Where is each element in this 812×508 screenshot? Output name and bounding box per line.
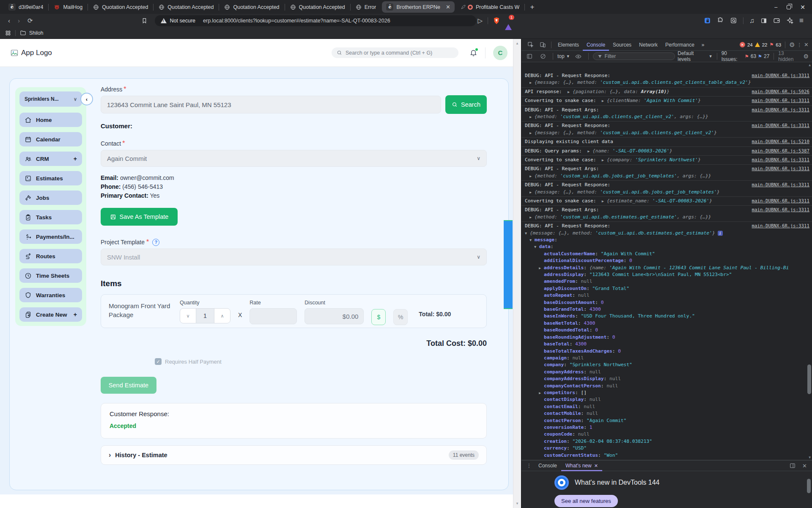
brave-shield-icon[interactable] [493,17,500,25]
half-payment-checkbox[interactable]: ✓ [155,358,162,365]
devtools-tab-performance[interactable]: Performance [661,39,698,51]
source-link[interactable]: main-DUBNX-6R.js:5387 [752,148,809,155]
device-toolbar-icon[interactable] [537,41,549,48]
error-count[interactable]: 24 [747,42,753,47]
console-settings-icon[interactable]: ⚙ [802,53,809,60]
console-entry[interactable]: Converting to snake case: ▶ {company: 'S… [521,156,812,165]
browser-tab-1[interactable]: MailHog [49,0,88,14]
drawer-scrollbar-thumb[interactable] [807,479,811,493]
console-entry[interactable]: DEBUG: API - Request Args:main-DUBNX-6R.… [521,165,812,181]
project-template-select[interactable]: SNW Install ∨ [101,248,487,265]
source-link[interactable]: main-DUBNX-6R.js:3311 [752,198,809,204]
bookmark-flag-icon[interactable] [137,17,151,24]
more-tabs-icon[interactable]: » [699,42,707,48]
browser-tab-8[interactable]: Profitable Casts W [455,0,525,14]
quantity-increase-icon[interactable]: ∧ [214,309,230,323]
quantity-decrease-icon[interactable]: ∨ [180,309,196,323]
rate-input[interactable] [250,308,297,324]
quantity-stepper[interactable]: ∨ 1 ∧ [180,308,230,323]
tab-groups-grid-icon[interactable] [5,30,11,36]
see-all-features-button[interactable]: See all new features [554,495,618,507]
sidebar-item-routes[interactable]: Routes [19,249,82,263]
sidebar-item-payments-in[interactable]: Payments/In... [19,229,82,244]
error-icon[interactable]: ✕ [740,42,745,47]
drawer-close-icon[interactable]: ✕ [802,463,807,469]
forward-icon[interactable]: › [14,17,24,24]
send-estimate-button[interactable]: Send Estimate [101,377,156,394]
sidebar-item-warranties[interactable]: Warranties [19,288,82,302]
source-link[interactable]: main-DUBNX-6R.js:3311 [752,122,809,129]
sidebar-item-calendar[interactable]: Calendar [19,132,82,146]
send-icon[interactable]: ▷ [478,17,483,25]
drawer-menu-icon[interactable]: ⋮ [524,463,534,469]
sidebar-toggle-icon[interactable] [760,17,767,24]
sidebar-collapse-button[interactable]: ‹ [80,93,93,105]
sidebar-item-time-sheets[interactable]: Time Sheets [19,268,82,283]
address-search-button[interactable]: Search [445,95,487,114]
console-entry[interactable]: API response: ▶ {pagination: {…}, data: … [521,88,812,97]
console-entry[interactable]: DEBUG: API - Request Args:main-DUBNX-6R.… [521,106,812,122]
issues-flag-icon[interactable]: ⚑ [769,42,774,47]
sidebar-item-estimates[interactable]: Estimates [19,171,82,185]
discount-percent-button[interactable]: % [393,309,408,325]
console-scroll-up-icon[interactable]: ▲ [809,63,811,67]
sidebar-item-crm[interactable]: CRM+ [19,152,82,166]
menu-hamburger-icon[interactable]: ≡ [799,17,804,25]
source-link[interactable]: main-DUBNX-6R.js:3311 [752,107,809,113]
source-link[interactable]: main-DUBNX-6R.js:5026 [752,88,809,95]
source-link[interactable]: main-DUBNX-6R.js:3311 [752,207,809,213]
console-entry[interactable]: DEBUG: API - Request Response:main-DUBNX… [521,72,812,88]
source-link[interactable]: main-DUBNX-6R.js:5210 [752,138,809,145]
bookmark-folder[interactable]: Shiloh [20,30,43,36]
issues-counter[interactable]: 90 Issues: ⚑63 ⚑27 [721,50,770,62]
devtools-tab-elements[interactable]: Elements [554,39,583,51]
discount-dollar-button[interactable]: $ [371,309,386,325]
browser-tab-2[interactable]: Quotation Accepted [88,0,153,14]
page-scrollbar[interactable]: ▲ ▼ [513,39,521,508]
expand-plus-icon[interactable]: + [74,311,77,318]
source-link[interactable]: main-DUBNX-6R.js:3311 [752,72,809,79]
save-as-template-button[interactable]: Save As Template [101,208,178,226]
history-section[interactable]: › History - Estimate 11 events [101,445,487,465]
reload-icon[interactable]: ⟳ [24,17,37,25]
devtools-settings-icon[interactable]: ⚙ [789,41,795,49]
company-selector[interactable]: Sprinklers N... ∨ ‹ [19,91,82,107]
browser-tab-0[interactable]: ēd3i9ei0ar4 [3,0,48,14]
sidebar-item-jobs[interactable]: Jobs [19,190,82,205]
console-scroll-down-icon[interactable]: ▼ [809,456,811,459]
clear-console-icon[interactable] [538,53,549,59]
back-icon[interactable]: ‹ [4,17,14,24]
drawer-tab-close-icon[interactable]: ✕ [594,463,598,469]
address-input[interactable]: 123643 Commit Lane Saint Paul, MN 55123 [101,96,441,113]
page-scroll-indicator[interactable] [504,220,513,309]
console-entry[interactable]: Converting to snake case: ▶ {clientName:… [521,97,812,105]
media-icon[interactable]: ♫ [749,17,754,25]
console-entry[interactable]: DEBUG: API - Request Args:main-DUBNX-6R.… [521,206,812,222]
browser-tab-6[interactable]: Error [351,0,381,14]
extensions-puzzle-icon[interactable] [717,17,724,24]
console-entry[interactable]: DEBUG: Query params: ▶ {name: '-SAL-QT-0… [521,147,812,156]
source-link[interactable]: main-DUBNX-6R.js:3311 [752,157,809,163]
warning-count[interactable]: 22 [762,42,768,47]
url-bar[interactable]: Not secure erp.local:8000/clients?lookup… [155,15,476,26]
search-box-icon[interactable] [730,17,737,24]
help-icon[interactable]: ? [152,239,159,246]
leo-sparkle-icon[interactable] [786,17,793,24]
discount-input[interactable]: $0.00 [304,308,364,324]
minimize-icon[interactable]: – [774,4,777,10]
devtools-close-icon[interactable]: ✕ [804,41,809,48]
console-entry[interactable]: DEBUG: API - Request Response:main-DUBNX… [521,121,812,138]
scroll-up-icon[interactable]: ▲ [513,41,521,45]
live-expression-eye-icon[interactable] [573,53,584,60]
window-close-icon[interactable]: ✕ [800,4,805,11]
notifications-button[interactable] [469,49,477,57]
drawer-tab-whats-new[interactable]: What's new ✕ [561,460,602,471]
drawer-tab-console[interactable]: Console [534,460,561,471]
devtools-tab-console[interactable]: Console [583,39,609,51]
console-entry[interactable]: Displaying existing client datamain-DUBN… [521,138,812,146]
console-sidebar-icon[interactable] [524,53,535,59]
inspect-icon[interactable] [525,41,536,48]
extension-notification-icon[interactable]: 1 [505,17,512,25]
browser-tab-3[interactable]: Quotation Accepted [154,0,219,14]
log-levels-selector[interactable]: Default levels ▼ [678,50,712,62]
